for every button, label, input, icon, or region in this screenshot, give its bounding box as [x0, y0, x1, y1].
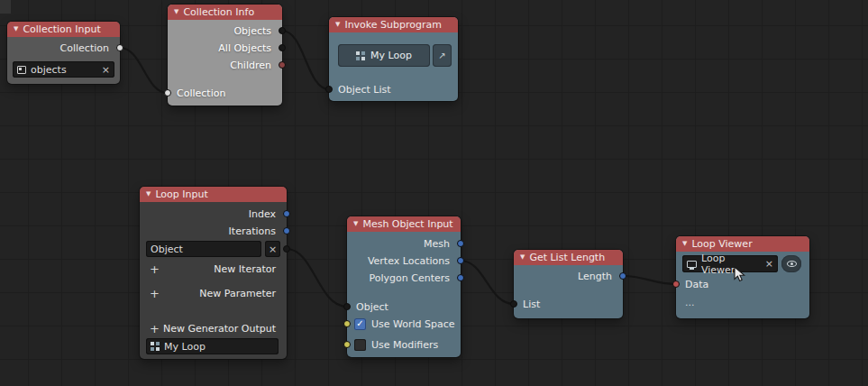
socket-index-output[interactable]	[283, 210, 290, 217]
node-collection-info[interactable]: ▼ Collection Info Objects All Objects Ch…	[168, 5, 282, 106]
link-length-to-data[interactable]	[623, 276, 676, 284]
socket-collection-input[interactable]	[164, 89, 171, 96]
loop-name-field[interactable]: My Loop	[146, 338, 279, 354]
socket-mesh-output[interactable]	[457, 240, 464, 247]
socket-objects-output[interactable]	[279, 27, 286, 34]
output-row-collection: Collection	[7, 40, 120, 56]
monitor-icon	[687, 261, 697, 268]
socket-label: Objects	[233, 25, 271, 37]
collapse-icon[interactable]: ▼	[146, 191, 151, 198]
clear-icon[interactable]: ×	[102, 65, 110, 75]
clear-icon[interactable]: ×	[765, 259, 773, 269]
socket-length-output[interactable]	[619, 272, 626, 280]
node-header[interactable]: ▼ Loop Viewer	[676, 236, 809, 252]
socket-object-list-input[interactable]	[325, 86, 333, 93]
node-collection-input[interactable]: ▼ Collection Input Collection objects ×	[7, 22, 120, 84]
viewer-visibility-button[interactable]	[781, 255, 801, 272]
viewer-name-field[interactable]: Loop Viewer ×	[682, 255, 778, 272]
checkbox-label: Use World Space	[371, 318, 455, 330]
checkbox-label: Use Modifiers	[371, 339, 438, 351]
node-title: Mesh Object Input	[362, 218, 452, 230]
socket-children-output[interactable]	[279, 61, 286, 69]
node-mesh-object-input[interactable]: ▼ Mesh Object Input Mesh Vertex Location…	[347, 216, 461, 357]
collapse-icon[interactable]: ▼	[520, 254, 525, 261]
subprogram-icon	[151, 342, 160, 351]
node-header[interactable]: ▼ Collection Info	[168, 5, 282, 20]
new-generator-output-row[interactable]: + New Generator Output	[140, 320, 287, 336]
socket-use-modifiers-input[interactable]	[343, 341, 351, 348]
use-world-space-checkbox[interactable]: ✓	[354, 318, 366, 330]
iterator-name-field[interactable]: Object	[146, 241, 261, 257]
collapse-icon[interactable]: ▼	[353, 221, 358, 227]
loop-name-value: My Loop	[164, 341, 206, 353]
socket-label: Object List	[338, 84, 391, 96]
socket-label: List	[523, 299, 540, 310]
link-objects-to-invoke[interactable]	[282, 31, 329, 89]
socket-all-objects-output[interactable]	[279, 44, 286, 51]
more-sockets-row[interactable]: ...	[676, 294, 809, 310]
new-iterator-row[interactable]: + New Iterator	[140, 261, 287, 277]
collapse-icon[interactable]: ▼	[14, 26, 18, 32]
link-object-to-mesh[interactable]	[287, 249, 347, 307]
clear-icon: ×	[269, 244, 277, 255]
socket-label: Vertex Locations	[368, 255, 450, 267]
node-title: Collection Info	[183, 6, 254, 18]
output-row-children: Children	[168, 57, 282, 73]
node-header[interactable]: ▼ Collection Input	[7, 22, 120, 37]
node-invoke-subprogram[interactable]: ▼ Invoke Subprogram My Loop ↗ Object Lis…	[329, 17, 458, 101]
collection-picker-field[interactable]: objects ×	[13, 61, 114, 78]
node-title: Invoke Subprogram	[344, 19, 442, 31]
iterator-name-value: Object	[151, 244, 183, 255]
socket-collection-output[interactable]	[116, 44, 123, 51]
new-parameter-row[interactable]: + New Parameter	[140, 285, 287, 301]
socket-iterations-output[interactable]	[283, 227, 290, 234]
collapse-icon[interactable]: ▼	[174, 9, 178, 15]
node-header[interactable]: ▼ Loop Input	[140, 187, 287, 202]
output-row-vertex-locations: Vertex Locations	[347, 253, 461, 269]
socket-object-input[interactable]	[343, 303, 351, 310]
eye-icon	[787, 261, 797, 267]
socket-polygon-centers-output[interactable]	[457, 274, 464, 281]
output-row-objects: Objects	[168, 23, 282, 39]
socket-label: Length	[578, 271, 612, 282]
goto-subprogram-icon: ↗	[438, 51, 445, 60]
socket-label: Iterations	[229, 225, 276, 237]
socket-label: Polygon Centers	[370, 272, 450, 284]
subprogram-button-label: My Loop	[370, 50, 412, 61]
output-row-iterations: Iterations	[140, 223, 287, 239]
link-collection-to-info[interactable]	[120, 48, 168, 93]
socket-vertex-locations-output[interactable]	[457, 257, 464, 264]
goto-subprogram-button[interactable]: ↗	[433, 44, 452, 67]
collapse-icon[interactable]: ▼	[682, 241, 687, 247]
socket-label: Object	[356, 301, 388, 313]
node-editor-canvas[interactable]: ▼ Collection Input Collection objects × …	[0, 0, 868, 386]
socket-label: Mesh	[424, 238, 450, 250]
subprogram-select-button[interactable]: My Loop	[338, 44, 430, 67]
collection-field-value: objects	[31, 64, 67, 76]
link-vertexlocations-to-list[interactable]	[461, 261, 514, 304]
new-generator-output-label: New Generator Output	[163, 323, 276, 335]
node-header[interactable]: ▼ Mesh Object Input	[347, 216, 461, 232]
remove-iterator-button[interactable]: ×	[265, 241, 280, 257]
socket-use-world-space-input[interactable]	[343, 320, 351, 327]
mouse-cursor	[734, 266, 748, 284]
use-world-space-row: ✓ Use World Space	[347, 316, 461, 332]
output-row-polygon-centers: Polygon Centers	[347, 270, 461, 286]
plus-icon: +	[150, 288, 160, 299]
socket-data-input[interactable]	[672, 280, 680, 288]
more-sockets-label: ...	[685, 297, 695, 308]
node-loop-input[interactable]: ▼ Loop Input Index Iterations Object × +…	[140, 187, 287, 359]
collapse-icon[interactable]: ▼	[335, 22, 340, 28]
socket-label: Children	[230, 60, 271, 71]
new-iterator-label: New Iterator	[214, 263, 276, 275]
output-row-index: Index	[140, 206, 287, 222]
plus-icon: +	[150, 323, 160, 335]
output-row-mesh: Mesh	[347, 235, 461, 252]
socket-list-input[interactable]	[510, 300, 517, 308]
node-get-list-length[interactable]: ▼ Get List Length Length List	[514, 250, 623, 318]
node-header[interactable]: ▼ Invoke Subprogram	[329, 17, 458, 32]
output-row-all-objects: All Objects	[168, 40, 282, 56]
use-modifiers-checkbox[interactable]	[354, 339, 366, 351]
socket-object-iterator-output[interactable]	[283, 245, 290, 253]
node-header[interactable]: ▼ Get List Length	[514, 250, 623, 265]
